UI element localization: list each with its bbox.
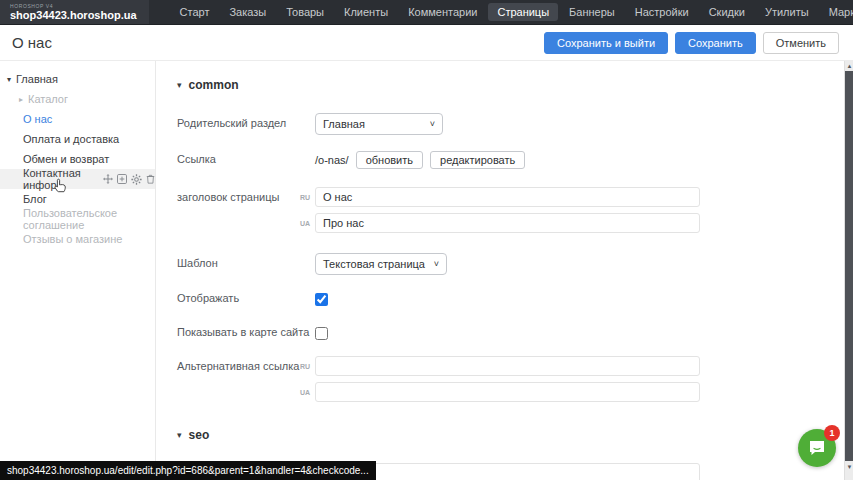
field-link: Ссылка /o-nas/ обновить редактировать: [177, 150, 844, 169]
section-seo-header[interactable]: ▾ seo: [177, 428, 844, 442]
chevron-down-icon: ˅: [430, 119, 435, 129]
section-title: seo: [189, 428, 210, 442]
field-page-title: заголовок страницы RU UA: [177, 187, 844, 233]
sidebar-item-oplata[interactable]: Оплата и доставка: [0, 129, 155, 149]
pages-tree-sidebar: ▾ Главная ▸ Каталог О нас Оплата и доста…: [0, 61, 156, 480]
scrollbar-thumb[interactable]: [845, 71, 853, 461]
top-navbar: HOROSHOP V4 shop34423.horoshop.ua Старт …: [0, 0, 853, 24]
chat-bubble-icon: [807, 438, 827, 458]
sidebar-item-label: Отзывы о магазине: [23, 233, 122, 245]
field-label: Отображать: [177, 290, 315, 305]
lang-ua-tag: UA: [300, 220, 310, 227]
field-label: Альтернативная ссылка: [177, 356, 315, 373]
support-chat-button[interactable]: 1: [798, 429, 836, 467]
refresh-link-button[interactable]: обновить: [356, 151, 423, 169]
section-common-header[interactable]: ▾ common: [177, 78, 844, 92]
main-menu: Старт Заказы Товары Клиенты Комментарии …: [171, 3, 853, 21]
sidebar-item-label: Каталог: [28, 93, 68, 105]
sidebar-item-label: Обмен и возврат: [23, 153, 109, 165]
menu-item-banners[interactable]: Баннеры: [560, 3, 624, 21]
settings-gear-icon[interactable]: [131, 174, 142, 185]
template-select[interactable]: Текстовая страница ˅: [315, 253, 447, 275]
sidebar-item-label: Контактная инфор: [23, 167, 97, 191]
sitemap-checkbox[interactable]: [315, 327, 328, 340]
field-parent-section: Родительский раздел Главная ˅: [177, 113, 844, 135]
sidebar-item-polzovatelskoe[interactable]: Пользовательское соглашение: [0, 209, 155, 229]
field-label: Ссылка: [177, 150, 315, 166]
edit-link-button[interactable]: редактировать: [430, 151, 525, 169]
display-checkbox[interactable]: [315, 293, 328, 306]
sidebar-item-katalog[interactable]: ▸ Каталог: [0, 89, 155, 109]
menu-item-orders[interactable]: Заказы: [220, 3, 275, 21]
sidebar-item-label: Пользовательское соглашение: [23, 207, 155, 231]
header-actions: Сохранить и выйти Сохранить Отменить: [544, 32, 839, 54]
collapse-icon[interactable]: ▾: [177, 430, 182, 440]
status-url-tooltip: shop34423.horoshop.ua/edit/edit.php?id=6…: [0, 461, 376, 480]
save-and-exit-button[interactable]: Сохранить и выйти: [544, 32, 668, 54]
page-edit-form: ▾ common Родительский раздел Главная ˅ С…: [157, 61, 844, 480]
alt-link-ru-input[interactable]: [315, 356, 700, 376]
sidebar-item-obmen[interactable]: Обмен и возврат: [0, 149, 155, 169]
sidebar-item-glavnaya[interactable]: ▾ Главная: [0, 69, 155, 89]
menu-item-products[interactable]: Товары: [277, 3, 333, 21]
sidebar-item-otzyvy[interactable]: Отзывы о магазине: [0, 229, 155, 249]
save-button[interactable]: Сохранить: [675, 32, 756, 54]
delete-trash-icon[interactable]: [146, 174, 155, 184]
tree-row-actions: [103, 174, 155, 185]
link-path-text: /o-nas/: [315, 154, 349, 166]
move-icon[interactable]: [103, 174, 113, 184]
sidebar-item-blog[interactable]: Блог: [0, 189, 155, 209]
lang-ru-tag: RU: [300, 363, 310, 370]
page-header: О нас Сохранить и выйти Сохранить Отмени…: [0, 24, 853, 61]
chevron-right-icon[interactable]: ▸: [16, 95, 26, 104]
field-sitemap: Показывать в карте сайта: [177, 324, 844, 340]
field-template: Шаблон Текстовая страница ˅: [177, 253, 844, 275]
sidebar-item-label: Оплата и доставка: [23, 133, 119, 145]
chat-unread-badge: 1: [824, 425, 840, 441]
page: HOROSHOP V4 shop34423.horoshop.ua Старт …: [0, 0, 853, 480]
menu-item-marketing[interactable]: Маркетинг: [820, 3, 853, 21]
page-title-ua-input[interactable]: [315, 213, 700, 233]
chevron-down-icon: ˅: [434, 259, 439, 269]
sidebar-item-label: Блог: [23, 193, 47, 205]
menu-item-start[interactable]: Старт: [171, 3, 219, 21]
field-alt-link: Альтернативная ссылка RU UA: [177, 356, 844, 402]
menu-item-utilities[interactable]: Утилиты: [756, 3, 818, 21]
menu-item-comments[interactable]: Комментарии: [399, 3, 486, 21]
menu-item-pages[interactable]: Страницы: [488, 3, 558, 21]
collapse-icon[interactable]: ▾: [177, 80, 182, 90]
chevron-down-icon[interactable]: ▾: [4, 75, 14, 84]
alt-link-ua-input[interactable]: [315, 382, 700, 402]
field-display: Отображать: [177, 290, 844, 306]
field-label: Родительский раздел: [177, 113, 315, 130]
menu-item-settings[interactable]: Настройки: [626, 3, 698, 21]
scroll-down-icon[interactable]: ▼: [845, 462, 853, 472]
page-title: О нас: [12, 34, 52, 51]
menu-item-clients[interactable]: Клиенты: [335, 3, 397, 21]
sidebar-item-label: О нас: [23, 113, 52, 125]
sidebar-item-kontaktnaya[interactable]: Контактная инфор: [0, 169, 155, 189]
logo[interactable]: HOROSHOP V4 shop34423.horoshop.ua: [0, 0, 149, 24]
field-label: Шаблон: [177, 253, 315, 270]
scroll-up-icon[interactable]: ▲: [845, 61, 853, 71]
section-title: common: [189, 78, 239, 92]
sidebar-item-o-nas[interactable]: О нас: [0, 109, 155, 129]
field-label: Показывать в карте сайта: [177, 324, 315, 339]
field-label: заголовок страницы: [177, 187, 315, 204]
page-title-ru-input[interactable]: [315, 187, 700, 207]
lang-ru-tag: RU: [300, 194, 310, 201]
menu-item-discounts[interactable]: Скидки: [700, 3, 754, 21]
cancel-button[interactable]: Отменить: [763, 32, 839, 54]
add-page-icon[interactable]: [117, 174, 127, 184]
sidebar-item-label: Главная: [16, 73, 58, 85]
logo-domain-label: shop34423.horoshop.ua: [10, 9, 137, 21]
parent-section-select[interactable]: Главная ˅: [315, 113, 443, 135]
lang-ua-tag: UA: [300, 389, 310, 396]
vertical-scrollbar[interactable]: ▲ ▼: [844, 61, 853, 480]
